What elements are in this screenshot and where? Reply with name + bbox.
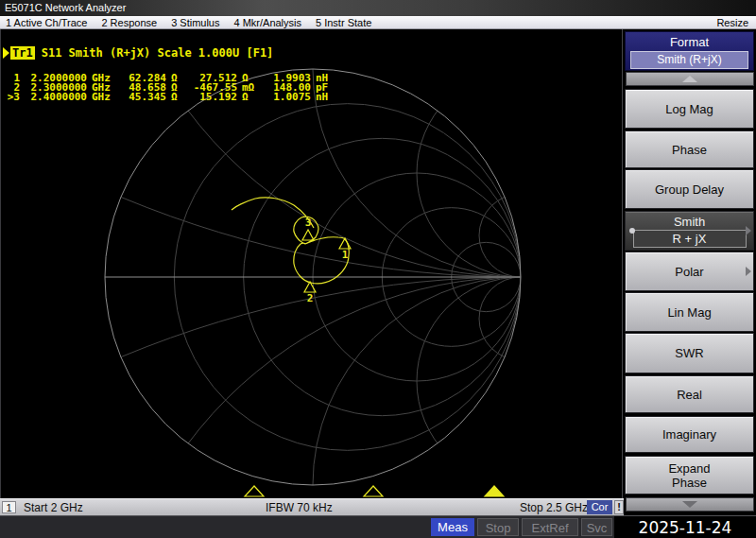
softkey-scroll-up[interactable] <box>626 72 754 86</box>
submenu-arrow-icon <box>746 226 751 235</box>
softkey-label: Polar <box>675 265 703 279</box>
softkey-label: Smith <box>674 215 705 229</box>
extref-status-badge: ExtRef <box>522 518 578 536</box>
marker-3-lc_unit: nH <box>316 93 335 102</box>
marker-row-3: >32.4000000GHz45.345Ω15.192Ω1.0075nH <box>5 93 335 102</box>
trace-header: Tr1 S11 Smith (R+jX) Scale 1.000U [F1] <box>3 46 273 60</box>
softkey-menu-header: Format Smith (R+jX) <box>625 31 754 71</box>
marker-3-re: 45.345 <box>127 93 166 102</box>
marker-3-freq_unit: GHz <box>92 93 116 102</box>
marker-table: 12.2000000GHz62.284Ω27.512Ω1.9903nH22.30… <box>5 74 335 102</box>
softkey-menu-title: Format <box>626 35 753 49</box>
stop-status-badge: Stop <box>477 518 519 536</box>
softkey-polar[interactable]: Polar <box>625 252 754 291</box>
softkey-label: Lin Mag <box>667 305 711 320</box>
marker-number: 3 <box>305 217 312 229</box>
stimulus-marker-1-icon <box>245 486 264 496</box>
marker-3-freq: 2.4000000 <box>28 93 87 102</box>
selected-dot-icon <box>629 228 635 234</box>
marker-3-im_unit: Ω <box>242 93 263 102</box>
marker-number: 2 <box>307 292 314 304</box>
marker-3-num: >3 <box>5 93 20 102</box>
softkey-imaginary[interactable]: Imaginary <box>625 416 754 453</box>
status-bar: 1 Start 2 GHz IFBW 70 kHz Stop 2.5 GHz C… <box>0 498 624 515</box>
scroll-up-icon <box>682 76 697 82</box>
softkey-label-line2: Phase <box>672 476 707 490</box>
softkey-real[interactable]: Real <box>625 375 754 413</box>
submenu-arrow-icon <box>746 267 751 276</box>
correction-badge: Cor <box>587 500 612 514</box>
softkey-log-mag[interactable]: Log Mag <box>625 89 754 129</box>
marker-number: 1 <box>342 249 349 261</box>
menu-items: 1 Active Ch/Trace2 Response3 Stimulus4 M… <box>0 17 716 28</box>
meas-status-badge: Meas <box>431 518 474 536</box>
softkey-phase[interactable]: Phase <box>625 130 754 168</box>
stimulus-marker-2-icon <box>364 486 383 496</box>
trace-marker-3: 3 <box>302 217 314 240</box>
softkey-group-delay[interactable]: Group Delay <box>625 169 754 209</box>
softkey-expand-phase[interactable]: ExpandPhase <box>625 456 754 495</box>
softkey-sidebar: Format Smith (R+jX) Log MagPhaseGroup De… <box>622 29 756 498</box>
menu-item-5[interactable]: 5 Instr State <box>316 17 371 28</box>
softkey-label: Log Mag <box>665 102 713 116</box>
marker-3-re_unit: Ω <box>171 93 184 102</box>
ifbw-label: IFBW 70 kHz <box>266 501 333 514</box>
marker-3-im: 15.192 <box>190 93 237 102</box>
trace-title: S11 Smith (R+jX) Scale 1.000U [F1] <box>42 46 274 60</box>
datetime-display: 2025-11-24 14:31 <box>614 516 756 538</box>
start-frequency-label: Start 2 GHz <box>24 501 83 514</box>
softkey-scroll-down[interactable] <box>626 497 754 512</box>
trace-tag[interactable]: Tr1 <box>10 46 35 60</box>
softkey-lin-mag[interactable]: Lin Mag <box>625 292 754 332</box>
stop-frequency-label: Stop 2.5 GHz <box>520 501 588 514</box>
menu-item-2[interactable]: 2 Response <box>101 17 157 28</box>
softkey-smith[interactable]: SmithR + jX <box>625 211 754 251</box>
softkey-label: Real <box>677 388 702 402</box>
stimulus-marker-3-icon <box>485 486 504 496</box>
marker-triangle-icon <box>302 230 314 240</box>
softkey-swr[interactable]: SWR <box>625 333 754 373</box>
resize-button[interactable]: Resize <box>716 17 756 28</box>
menu-item-4[interactable]: 4 Mkr/Analysis <box>233 17 301 28</box>
window-titlebar: E5071C Network Analyzer <box>0 0 756 16</box>
active-trace-arrow-icon <box>3 47 9 59</box>
scroll-down-icon <box>682 501 697 508</box>
softkey-menu-value: Smith (R+jX) <box>630 51 748 69</box>
softkey-sub-value: R + jX <box>633 230 747 248</box>
softkey-label: Group Delay <box>655 182 724 197</box>
menu-item-3[interactable]: 3 Stimulus <box>171 17 219 28</box>
menu-item-1[interactable]: 1 Active Ch/Trace <box>6 17 87 28</box>
marker-3-lc: 1.0075 <box>271 93 311 102</box>
window-title: E5071C Network Analyzer <box>5 2 126 13</box>
channel-indicator: 1 <box>2 501 16 513</box>
menu-bar: 1 Active Ch/Trace2 Response3 Stimulus4 M… <box>0 16 756 29</box>
svc-status-badge: Svc <box>581 518 612 536</box>
softkey-label: SWR <box>675 346 703 360</box>
softkey-label: Phase <box>672 143 707 157</box>
softkey-label: Imaginary <box>662 427 716 442</box>
softkey-label: Expand <box>668 461 710 476</box>
instrument-status-bar: Meas Stop ExtRef Svc 2025-11-24 14:31 <box>0 515 756 538</box>
smith-chart-area: 123 Tr1 S11 Smith (R+jX) Scale 1.000U [F… <box>0 29 624 498</box>
alert-badge[interactable]: ! <box>614 500 624 514</box>
